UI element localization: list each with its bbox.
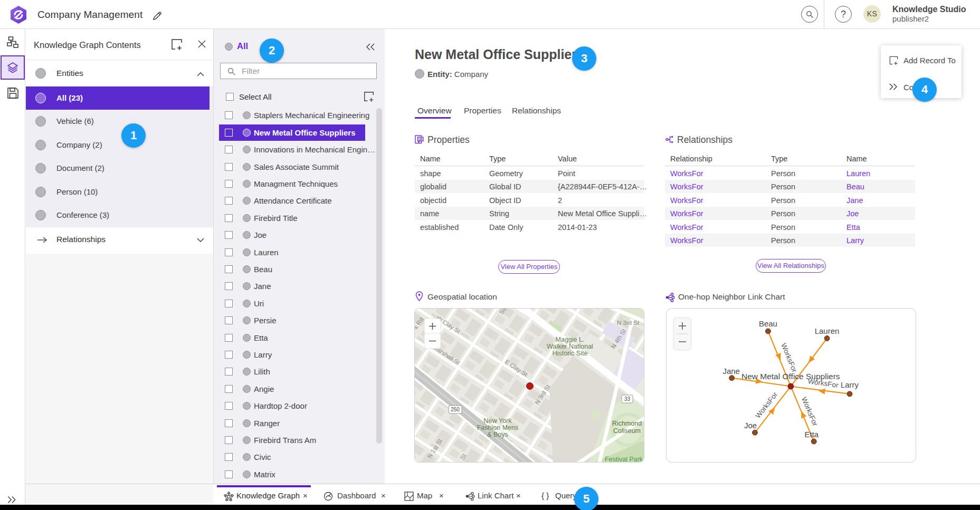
svg-text:WorksFor: WorksFor — [800, 396, 819, 427]
svg-text:Maggie L.: Maggie L. — [556, 336, 585, 343]
svg-text:33: 33 — [624, 396, 631, 402]
svg-text:Richmond: Richmond — [612, 420, 642, 427]
svg-text:Walker National: Walker National — [547, 343, 593, 350]
svg-text:Joe: Joe — [744, 421, 757, 430]
svg-text:Lauren: Lauren — [814, 326, 839, 335]
svg-text:Jane: Jane — [722, 367, 740, 376]
svg-text:Etta: Etta — [804, 430, 819, 439]
svg-text:Beau: Beau — [758, 319, 777, 328]
svg-text:Historic Site: Historic Site — [553, 350, 588, 357]
svg-text:Coliseum: Coliseum — [613, 427, 641, 435]
svg-text:N 3rd St: N 3rd St — [617, 320, 640, 326]
svg-text:New Metal Office Suppliers: New Metal Office Suppliers — [741, 372, 840, 381]
svg-text:New York: New York — [484, 417, 512, 425]
svg-text:WorksFor: WorksFor — [779, 342, 798, 373]
svg-text:250: 250 — [451, 407, 460, 412]
svg-text:Larry: Larry — [841, 380, 859, 389]
svg-text:& Boys: & Boys — [487, 431, 508, 438]
svg-text:Festival Park: Festival Park — [605, 456, 643, 463]
svg-text:WorksFor: WorksFor — [754, 390, 779, 420]
svg-text:Fashion Mens: Fashion Mens — [477, 424, 519, 431]
